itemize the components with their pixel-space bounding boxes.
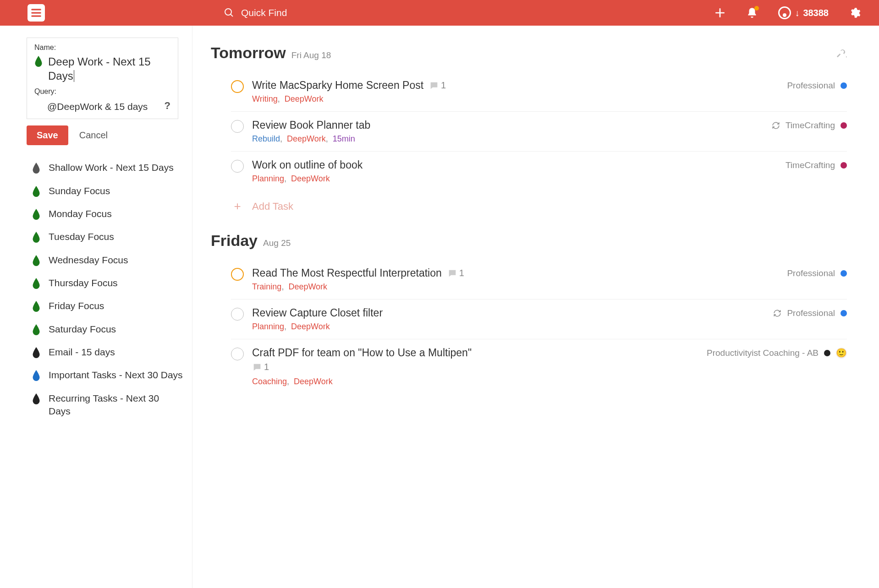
comment-count[interactable]: 1 [252,362,269,372]
filter-item-label: Friday Focus [49,299,104,312]
todoist-logo-icon [30,7,42,19]
task-project[interactable]: TimeCrafting [786,120,835,131]
cancel-button[interactable]: Cancel [79,130,108,141]
drop-icon [32,255,40,266]
task-title: Work on outline of book [252,159,363,171]
task-label[interactable]: Planning [252,174,284,183]
drop-icon [32,393,40,404]
section-tools-button[interactable] [837,48,847,60]
task-checkbox[interactable] [231,160,244,173]
notifications-button[interactable] [746,7,758,19]
filter-item-label: Recurring Tasks - Next 30 Days [49,392,183,418]
svg-rect-0 [31,9,41,10]
task-labels: Coaching, DeepWork [252,377,847,387]
add-task-button[interactable]: +Add Task [211,191,847,232]
task-project[interactable]: Professional [787,268,835,278]
main-content: Tomorrow Fri Aug 18 Write MacSparky Home… [192,26,879,588]
filter-item[interactable]: Important Tasks - Next 30 Days [0,364,192,387]
filter-item[interactable]: Thursday Focus [0,272,192,294]
project-color-dot [841,82,847,89]
section-header: Tomorrow Fri Aug 18 [211,44,847,62]
project-color-dot [841,162,847,169]
gear-icon [849,7,861,19]
comment-icon [252,362,262,372]
section-header: Friday Aug 25 [211,232,847,250]
task-row[interactable]: Work on outline of book TimeCrafting Pla… [231,152,847,191]
section-title: Friday [211,232,258,250]
task-label[interactable]: DeepWork [287,134,326,143]
filter-item[interactable]: Shallow Work - Next 15 Days [0,156,192,179]
save-button[interactable]: Save [27,125,68,145]
task-checkbox[interactable] [231,348,244,360]
drop-icon [32,278,40,289]
filter-query-input[interactable]: @DeepWork & 15 days [47,101,159,112]
filter-item[interactable]: Saturday Focus [0,318,192,341]
tools-icon [837,48,847,58]
comment-icon [447,268,457,278]
task-label[interactable]: DeepWork [294,377,333,386]
filter-item[interactable]: Monday Focus [0,202,192,225]
task-label[interactable]: Planning [252,322,284,331]
filter-item[interactable]: Sunday Focus [0,180,192,202]
svg-rect-1 [31,12,41,13]
project-color-dot [841,310,847,316]
task-label[interactable]: Writing [252,94,278,103]
project-color-dot [841,270,847,277]
settings-button[interactable] [849,7,861,19]
task-row[interactable]: Review Capture Closet filter Professiona… [231,299,847,339]
task-title: Review Book Planner tab [252,119,370,131]
filter-item[interactable]: Email - 15 days [0,341,192,364]
filter-name-input[interactable]: Deep Work - Next 15 Days [48,54,170,83]
app-logo[interactable] [27,4,45,22]
quick-find[interactable]: Quick Find [224,7,287,18]
task-label[interactable]: DeepWork [291,322,330,331]
task-label[interactable]: Coaching [252,377,287,386]
task-row[interactable]: Read The Most Respectful Interpretation … [231,260,847,299]
task-label[interactable]: DeepWork [285,94,324,103]
task-label[interactable]: 15min [333,134,355,143]
filter-item-label: Email - 15 days [49,346,115,359]
task-project[interactable]: Productivityist Coaching - AB [707,348,819,358]
filter-item[interactable]: Recurring Tasks - Next 30 Days [0,387,192,423]
task-label[interactable]: Training [252,282,281,291]
task-label[interactable]: DeepWork [291,174,330,183]
karma-score[interactable]: ↓ 38388 [778,6,829,19]
task-labels: Planning, DeepWork [252,322,847,332]
task-project[interactable]: TimeCrafting [786,160,835,170]
karma-badge-icon [778,6,791,19]
task-checkbox[interactable] [231,80,244,93]
filter-item[interactable]: Wednesday Focus [0,249,192,272]
filter-item[interactable]: Tuesday Focus [0,225,192,248]
filter-edit-panel: Name: Deep Work - Next 15 Days Query: @D… [27,38,178,119]
task-row[interactable]: Review Book Planner tab TimeCrafting Reb… [231,112,847,152]
filter-item[interactable]: Friday Focus [0,294,192,317]
project-color-dot [824,350,830,356]
task-label[interactable]: Rebuild [252,134,280,143]
task-project[interactable]: Professional [787,81,835,91]
quick-add-button[interactable] [714,7,726,19]
drop-icon [32,209,40,220]
notification-dot [754,6,759,11]
search-icon [224,7,235,18]
task-project[interactable]: Professional [787,308,835,318]
assignee-avatar[interactable]: 🙂 [836,348,847,359]
task-row[interactable]: Write MacSparky Home Screen Post 1 Profe… [231,72,847,112]
comment-icon [429,81,439,91]
karma-arrow: ↓ [795,8,799,18]
svg-rect-2 [31,15,41,16]
filter-query-label: Query: [34,87,170,96]
drop-icon [32,301,40,312]
query-help-icon[interactable]: ? [165,100,170,112]
task-label[interactable]: DeepWork [288,282,327,291]
recurring-indicator [772,121,780,130]
comment-count[interactable]: 1 [429,80,446,91]
filter-item-label: Tuesday Focus [49,230,114,243]
task-row[interactable]: Craft PDF for team on "How to Use a Mult… [231,339,847,394]
drop-icon [32,324,40,335]
task-checkbox[interactable] [231,268,244,281]
comment-count[interactable]: 1 [447,268,464,278]
task-checkbox[interactable] [231,120,244,133]
task-checkbox[interactable] [231,308,244,321]
filter-item-label: Wednesday Focus [49,254,128,267]
drop-icon [32,163,40,174]
